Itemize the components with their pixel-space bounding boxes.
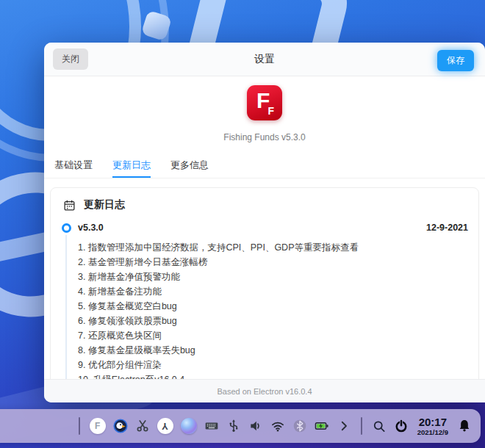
- changelog-card: 更新日志 v5.3.0 12-9-2021 1. 指数管理添加中国经济数据，支持…: [50, 187, 479, 379]
- window-header: 关闭 设置 保存: [44, 43, 485, 76]
- timeline-dot-icon: [62, 223, 71, 233]
- bird-app-icon[interactable]: [113, 419, 128, 433]
- app-logo-icon: F F: [247, 85, 282, 120]
- changelog-item: 8. 修复基金星级概率丢失bug: [78, 343, 470, 358]
- usb-icon[interactable]: [226, 419, 241, 433]
- clock-time: 20:17: [417, 416, 448, 427]
- wifi-icon[interactable]: [270, 419, 285, 433]
- window-footer: Based on Electron v16.0.4: [44, 379, 485, 402]
- changelog-item: 6. 修复领涨领跌股票bug: [78, 314, 470, 328]
- changelog-entry-header: v5.3.0 12-9-2021: [51, 222, 478, 234]
- fishing-funds-tray-icon[interactable]: F: [90, 418, 106, 434]
- bluetooth-icon[interactable]: [292, 419, 307, 433]
- changelog-item: 2. 基金管理新增今日基金涨幅榜: [78, 255, 470, 270]
- calendar-icon: [62, 198, 76, 212]
- changelog-section-title: 更新日志: [84, 198, 125, 212]
- y-app-letter: Y: [162, 421, 168, 432]
- power-icon[interactable]: [394, 419, 409, 433]
- battery-charging-icon[interactable]: [315, 419, 329, 433]
- app-name-version: Fishing Funds v5.3.0: [223, 132, 305, 142]
- settings-tabs: 基础设置 更新日志 更多信息: [44, 153, 485, 178]
- app-logo-letter-small: F: [267, 105, 274, 117]
- electron-version-text: Based on Electron v16.0.4: [217, 387, 312, 396]
- tab-basic-settings[interactable]: 基础设置: [54, 153, 93, 178]
- system-tray: F Y: [76, 416, 472, 436]
- window-title: 设置: [44, 53, 485, 66]
- clock-date: 2021/12/9: [417, 429, 448, 436]
- taskbar-clock[interactable]: 20:17 2021/12/9: [417, 416, 448, 436]
- tray-separator: [361, 417, 362, 435]
- about-section: F F Fishing Funds v5.3.0: [44, 76, 485, 153]
- volume-icon[interactable]: [248, 419, 263, 433]
- scissors-icon[interactable]: [135, 419, 150, 433]
- changelog-timeline: v5.3.0 12-9-2021 1. 指数管理添加中国经济数据，支持CPI、P…: [51, 222, 478, 379]
- y-app-tray-icon[interactable]: Y: [157, 418, 173, 434]
- settings-window: 关闭 设置 保存 F F Fishing Funds v5.3.0 基础设置 更…: [44, 43, 485, 402]
- earth-app-icon[interactable]: [181, 418, 197, 434]
- changelog-card-header: 更新日志: [51, 188, 478, 219]
- fishing-funds-letter: F: [95, 421, 100, 431]
- tray-separator: [79, 417, 80, 435]
- changelog-panel[interactable]: 更新日志 v5.3.0 12-9-2021 1. 指数管理添加中国经济数据，支持…: [44, 178, 485, 379]
- changelog-date: 12-9-2021: [426, 223, 468, 233]
- timeline-rail: [65, 235, 67, 379]
- search-icon[interactable]: [372, 419, 387, 433]
- changelog-item-list: 1. 指数管理添加中国经济数据，支持CPI、PPI、GDP等重要指标查看 2. …: [51, 240, 478, 379]
- tray-expand-chevron-icon[interactable]: [337, 419, 351, 433]
- changelog-item: 4. 新增基金备注功能: [78, 284, 470, 299]
- changelog-item: 1. 指数管理添加中国经济数据，支持CPI、PPI、GDP等重要指标查看: [78, 240, 470, 255]
- changelog-item: 3. 新增基金净值预警功能: [78, 270, 470, 284]
- save-button[interactable]: 保存: [437, 50, 474, 71]
- changelog-item: 10. 升级Electron至v16.0.4: [78, 372, 470, 379]
- close-button[interactable]: 关闭: [53, 48, 88, 70]
- changelog-version: v5.3.0: [78, 223, 104, 233]
- changelog-item: 7. 还原概览色块区间: [78, 328, 470, 343]
- tab-more-info[interactable]: 更多信息: [170, 153, 209, 178]
- tab-changelog[interactable]: 更新日志: [112, 153, 151, 178]
- notification-bell-icon[interactable]: [457, 419, 472, 433]
- changelog-item: 5. 修复基金概览空白bug: [78, 299, 470, 314]
- keyboard-icon[interactable]: [204, 419, 219, 433]
- taskbar: F Y: [0, 409, 481, 443]
- changelog-item: 9. 优化部分组件渲染: [78, 358, 470, 372]
